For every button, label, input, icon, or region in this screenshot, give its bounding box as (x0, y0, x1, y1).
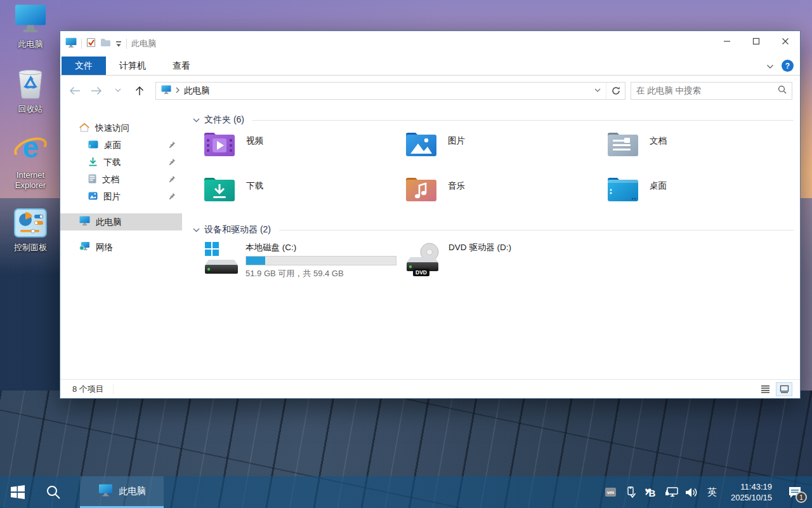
network-icon (79, 241, 90, 253)
drive-tile-c[interactable]: 本地磁盘 (C:) 51.9 GB 可用，共 59.4 GB (204, 241, 405, 283)
sidebar-item-this-pc[interactable]: 此电脑 (60, 213, 182, 231)
taskbar-search-button[interactable] (36, 476, 71, 508)
action-center-button[interactable]: 1 (782, 476, 808, 508)
input-method-toolbox-icon[interactable]: B (643, 476, 659, 508)
tab-view[interactable]: 查看 (159, 57, 204, 75)
help-button[interactable]: ? (782, 60, 794, 72)
taskbar-clock[interactable]: 11:43:19 2025/10/15 (724, 481, 777, 503)
qat-new-folder-icon[interactable] (100, 38, 111, 50)
details-view-button[interactable] (757, 382, 773, 396)
desktop-icon-label: 回收站 (18, 104, 43, 114)
separator (81, 39, 82, 49)
input-language-indicator[interactable]: 英 (704, 476, 720, 508)
sidebar-item-quick-access[interactable]: 快速访问 (60, 119, 182, 137)
desktop-icon-internet-explorer[interactable]: e Internet Explorer (3, 132, 58, 190)
search-box[interactable] (631, 82, 792, 100)
back-button[interactable] (67, 83, 83, 99)
folder-tile-videos[interactable]: 视频 (204, 131, 405, 169)
downloads-folder-icon (204, 176, 235, 214)
desktop-icon-label: 控制面板 (14, 243, 47, 253)
window-controls (712, 31, 800, 57)
pin-icon (169, 175, 176, 184)
navigation-pane: 快速访问 桌面 (60, 105, 182, 379)
desktop-folder-icon (88, 140, 98, 150)
internet-explorer-icon: e (13, 132, 48, 168)
vmware-tools-icon[interactable]: vm (603, 476, 619, 508)
network-status-icon[interactable] (664, 476, 679, 508)
volume-icon[interactable] (684, 476, 700, 508)
folder-name: 音乐 (448, 176, 465, 214)
safely-remove-hardware-icon[interactable] (623, 476, 639, 508)
documents-icon (88, 174, 96, 185)
folder-name: 桌面 (650, 176, 667, 214)
folder-tile-pictures[interactable]: 图片 (405, 131, 607, 169)
drive-tile-dvd[interactable]: DVD DVD 驱动器 (D:) (405, 241, 607, 283)
tab-file[interactable]: 文件 (62, 57, 106, 75)
folder-tile-downloads[interactable]: 下载 (204, 176, 405, 214)
group-header-folders[interactable]: 文件夹 (6) (193, 113, 794, 127)
title-bar: 此电脑 (60, 31, 800, 57)
desktop-icon-recycle-bin[interactable]: 回收站 (3, 67, 58, 114)
forward-button[interactable] (88, 83, 105, 99)
dvd-badge: DVD (416, 269, 427, 276)
notification-badge: 1 (796, 491, 807, 503)
devices-grid: 本地磁盘 (C:) 51.9 GB 可用，共 59.4 GB (193, 241, 794, 283)
sidebar-item-desktop[interactable]: 桌面 (60, 137, 182, 154)
refresh-button[interactable] (606, 83, 625, 99)
downloads-icon (88, 157, 98, 168)
separator (126, 39, 127, 49)
search-input[interactable] (636, 86, 774, 95)
recent-locations-dropdown-icon[interactable] (110, 83, 126, 99)
drive-name: DVD 驱动器 (D:) (449, 242, 511, 253)
folder-tile-music[interactable]: 音乐 (405, 176, 607, 214)
breadcrumb-chevron-icon (176, 86, 180, 95)
disk-usage-bar (246, 256, 396, 265)
sidebar-item-documents[interactable]: 文档 (60, 171, 182, 188)
close-button[interactable] (771, 31, 800, 51)
search-icon[interactable] (778, 85, 787, 97)
sidebar-item-downloads[interactable]: 下载 (60, 154, 182, 171)
svg-text:B: B (649, 487, 656, 498)
qat-customize-dropdown-icon[interactable] (115, 38, 122, 50)
address-bar[interactable]: 此电脑 (155, 82, 625, 100)
qat-properties-icon[interactable] (86, 37, 96, 50)
desktop-icon-label: 此电脑 (18, 39, 43, 50)
desktop-icon-label: Internet Explorer (3, 170, 58, 190)
sidebar-item-pictures[interactable]: 图片 (60, 188, 182, 205)
pictures-icon (88, 192, 98, 202)
ribbon-tabs: 文件 计算机 查看 ? (60, 57, 800, 76)
music-folder-icon (405, 176, 437, 214)
up-button[interactable] (131, 83, 148, 99)
disk-usage-fill (246, 257, 265, 265)
videos-folder-icon (204, 131, 235, 169)
group-header-devices[interactable]: 设备和驱动器 (2) (193, 223, 794, 237)
ribbon-collapse-icon[interactable] (766, 60, 774, 72)
this-pc-icon (98, 484, 113, 499)
window-title: 此电脑 (131, 38, 156, 50)
desktop-icon-this-pc[interactable]: 此电脑 (3, 4, 58, 50)
local-disk-icon (204, 241, 239, 283)
sidebar-item-network[interactable]: 网络 (60, 239, 182, 256)
address-location[interactable]: 此电脑 (156, 83, 215, 99)
items-view: 文件夹 (6) (182, 105, 800, 379)
folder-tile-desktop[interactable]: 桌面 (607, 176, 800, 214)
drive-name: 本地磁盘 (C:) (246, 242, 396, 253)
folder-name: 视频 (246, 131, 263, 169)
disk-usage-text: 51.9 GB 可用，共 59.4 GB (246, 268, 396, 279)
large-icons-view-button[interactable] (776, 382, 792, 396)
documents-folder-icon (607, 131, 639, 169)
taskbar-app-this-pc[interactable]: 此电脑 (80, 476, 164, 508)
start-button[interactable] (0, 476, 36, 508)
folder-name: 下载 (246, 176, 263, 214)
this-pc-icon (161, 85, 171, 97)
group-collapse-icon (193, 118, 200, 123)
maximize-button[interactable] (742, 31, 771, 51)
breadcrumb-path[interactable]: 此电脑 (184, 85, 210, 97)
desktop-icon-control-panel[interactable]: 控制面板 (3, 208, 58, 253)
tab-computer[interactable]: 计算机 (106, 57, 159, 75)
quick-access-toolbar (65, 37, 127, 51)
address-dropdown-icon[interactable] (589, 83, 606, 99)
window-system-icon[interactable] (65, 37, 77, 51)
minimize-button[interactable] (712, 31, 742, 51)
folder-tile-documents[interactable]: 文档 (607, 131, 800, 169)
